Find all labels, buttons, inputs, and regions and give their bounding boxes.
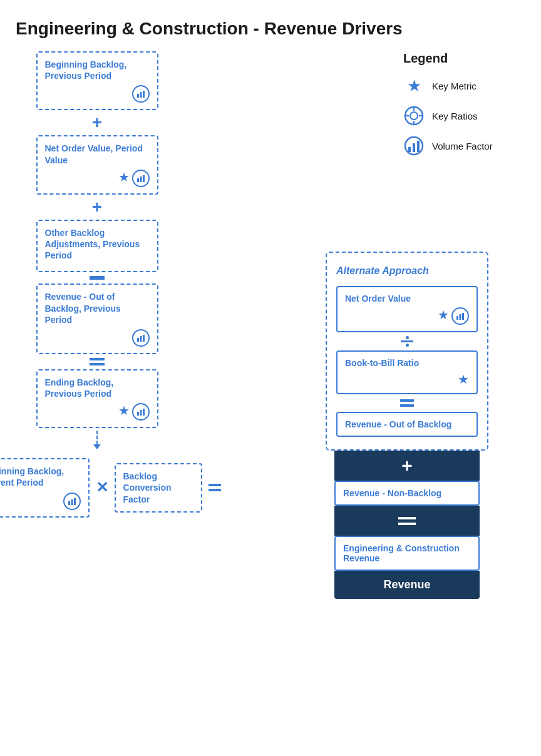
legend-item-key-ratios: Key Ratios xyxy=(403,105,528,126)
dashed-arrow xyxy=(93,431,101,449)
legend: Legend ★ Key Metric Key Ratios xyxy=(403,51,528,165)
alternate-approach-title: Alternate Approach xyxy=(336,265,478,277)
star-icon: ★ xyxy=(118,170,130,187)
operator-multiply: ✕ xyxy=(96,479,108,496)
svg-rect-25 xyxy=(456,316,458,320)
operator-plus-2 xyxy=(92,198,102,216)
alternate-approach-column: Alternate Approach Net Order Value ★ xyxy=(326,252,488,599)
svg-rect-0 xyxy=(137,94,139,98)
star-icon: ★ xyxy=(458,372,469,387)
box-eng-construction-revenue: Engineering & Construction Revenue xyxy=(334,536,480,571)
svg-rect-7 xyxy=(140,336,142,342)
box-revenue-out-backlog-prev: Revenue - Out of Backlog, Previous Perio… xyxy=(36,284,158,354)
box-beginning-backlog-curr: Beginning Backlog, Current Period xyxy=(0,458,90,517)
svg-rect-5 xyxy=(143,175,145,182)
box-book-to-bill: Book-to-Bill Ratio ★ xyxy=(336,350,478,394)
bar-chart-icon xyxy=(132,85,150,103)
svg-rect-10 xyxy=(140,410,142,416)
revenue-label-band: Revenue xyxy=(334,571,480,599)
bar-chart-icon xyxy=(132,329,150,347)
operator-plus-1 xyxy=(92,114,102,131)
bottom-row: Beginning Backlog, Current Period ✕ Back… xyxy=(0,458,221,517)
operator-divide xyxy=(336,336,478,347)
box-revenue-out-of-backlog: Revenue - Out of Backlog xyxy=(336,412,478,437)
alternate-approach-box: Alternate Approach Net Order Value ★ xyxy=(326,252,488,451)
bar-chart-icon xyxy=(132,170,150,187)
svg-rect-27 xyxy=(462,313,464,320)
svg-rect-13 xyxy=(71,499,73,505)
left-flow-column: Beginning Backlog, Previous Period Net O… xyxy=(16,51,178,518)
star-icon: ★ xyxy=(438,307,449,325)
box-net-order-value-period: Net Order Value, Period Value ★ xyxy=(36,135,158,194)
svg-rect-4 xyxy=(140,176,142,182)
box-beginning-backlog-prev: Beginning Backlog, Previous Period xyxy=(36,51,158,110)
key-ratios-icon xyxy=(403,105,425,126)
svg-rect-8 xyxy=(143,335,145,342)
star-icon: ★ xyxy=(118,403,130,421)
page-title: Engineering & Construction - Revenue Dri… xyxy=(0,0,541,51)
svg-rect-1 xyxy=(140,92,142,98)
bar-chart-icon xyxy=(132,403,150,421)
svg-rect-23 xyxy=(413,143,415,152)
box-backlog-conversion-factor: Backlog Conversion Factor xyxy=(115,463,202,513)
operator-equals-horiz xyxy=(209,484,221,491)
box-net-order-value: Net Order Value ★ xyxy=(336,286,478,332)
box-ending-backlog-prev: Ending Backlog, Previous Period ★ xyxy=(36,369,158,428)
legend-item-key-metric: ★ Key Metric xyxy=(403,75,528,96)
svg-rect-14 xyxy=(74,498,76,505)
operator-dark-plus: + xyxy=(334,451,480,481)
svg-rect-22 xyxy=(408,147,411,152)
legend-item-volume-factor: Volume Factor xyxy=(403,135,528,156)
svg-rect-3 xyxy=(137,178,139,182)
box-revenue-non-backlog: Revenue - Non-Backlog xyxy=(334,481,480,506)
bar-chart-icon xyxy=(63,493,81,510)
svg-rect-2 xyxy=(143,91,145,98)
volume-factor-icon xyxy=(403,135,425,156)
bar-chart-icon xyxy=(451,307,469,325)
svg-rect-24 xyxy=(417,141,420,152)
svg-rect-9 xyxy=(137,412,139,416)
operator-equals-alt xyxy=(336,399,478,407)
svg-rect-12 xyxy=(68,501,70,505)
operator-minus xyxy=(90,276,105,280)
key-metric-icon: ★ xyxy=(403,75,425,96)
svg-rect-11 xyxy=(143,409,145,416)
svg-rect-26 xyxy=(460,314,461,320)
legend-title: Legend xyxy=(403,51,528,66)
svg-rect-6 xyxy=(137,338,139,342)
svg-point-16 xyxy=(410,112,418,120)
operator-equals-1 xyxy=(90,358,105,365)
box-other-backlog-adj: Other Backlog Adjustments, Previous Peri… xyxy=(36,220,158,273)
operator-dark-equals xyxy=(334,506,480,536)
